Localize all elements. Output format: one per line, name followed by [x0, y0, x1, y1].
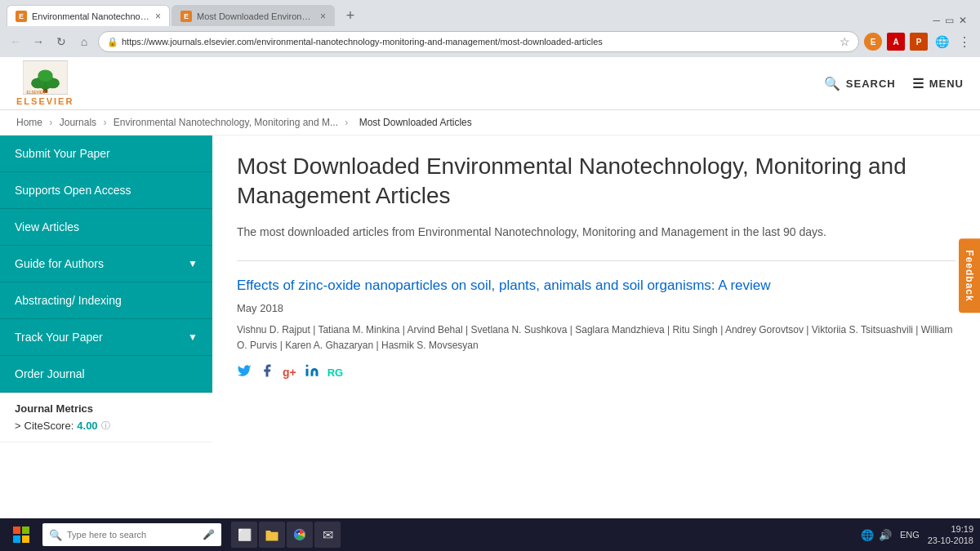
breadcrumb-sep-2: ›	[103, 117, 109, 128]
taskbar-search-icon: 🔍	[49, 529, 62, 541]
cite-score-info-icon[interactable]: ⓘ	[101, 420, 110, 432]
svg-text:ELSEVIER: ELSEVIER	[26, 91, 45, 95]
search-button[interactable]: 🔍 SEARCH	[824, 76, 896, 91]
taskbar-lang[interactable]: ENG	[900, 530, 920, 540]
feedback-tab[interactable]: Feedback	[959, 238, 980, 313]
sidebar-btn-order-journal-label: Order Journal	[15, 367, 85, 380]
breadcrumb: Home › Journals › Environmental Nanotech…	[0, 110, 980, 136]
browser-right: E A P 🌐 ⋮	[864, 33, 973, 51]
cite-score-value: 4.00	[77, 420, 97, 432]
tab-close-1[interactable]: ×	[155, 11, 161, 22]
hamburger-icon: ☰	[912, 76, 924, 91]
twitter-icon[interactable]	[237, 363, 252, 381]
sidebar-btn-track-paper[interactable]: Track Your Paper ▼	[0, 319, 212, 356]
svg-rect-10	[13, 535, 20, 543]
sidebar-btn-guide-authors[interactable]: Guide for Authors ▼	[0, 246, 212, 282]
new-tab-button[interactable]: +	[340, 5, 361, 26]
extension-icon-2[interactable]: A	[887, 33, 905, 51]
svg-rect-9	[22, 527, 29, 534]
breadcrumb-journal[interactable]: Environmental Nanotechnology, Monitoring…	[114, 117, 338, 128]
svg-point-7	[305, 365, 308, 367]
microphone-icon[interactable]: 🎤	[203, 529, 215, 540]
social-icons: g+ RG	[237, 363, 956, 381]
sidebar: Submit Your Paper Supports Open Access V…	[0, 136, 212, 551]
sidebar-btn-submit[interactable]: Submit Your Paper	[0, 136, 212, 172]
start-button[interactable]	[7, 522, 36, 548]
sidebar-btn-guide-authors-label: Guide for Authors	[15, 257, 104, 270]
sidebar-btn-open-access[interactable]: Supports Open Access	[0, 172, 212, 209]
svg-point-5	[38, 69, 52, 82]
article-authors: Vishnu D. Rajput | Tatiana M. Minkina | …	[237, 322, 956, 353]
taskbar-search-box[interactable]: 🔍 🎤	[42, 523, 221, 546]
tab-close-2[interactable]: ×	[320, 11, 326, 22]
lock-icon: 🔒	[107, 37, 118, 47]
taskbar: 🔍 🎤 ⬜ ✉ 🌐 🔊 ENG 19:19 23-10-2	[0, 518, 980, 551]
sidebar-btn-abstracting[interactable]: Abstracting/ Indexing	[0, 282, 212, 319]
address-text: https://www.journals.elsevier.com/enviro…	[122, 37, 840, 47]
taskbar-file-explorer[interactable]	[259, 522, 285, 548]
site-header: ELSEVIER ELSEVIER 🔍 SEARCH ☰ MENU	[0, 57, 980, 110]
researchgate-icon[interactable]: RG	[327, 367, 344, 379]
svg-rect-8	[13, 527, 20, 534]
facebook-icon[interactable]	[260, 363, 274, 381]
more-menu-icon[interactable]: ⋮	[956, 33, 973, 51]
taskbar-items: ⬜ ✉	[231, 522, 341, 548]
close-window-button[interactable]: ✕	[959, 15, 967, 26]
taskbar-chrome[interactable]	[287, 522, 313, 548]
chevron-down-icon: ▼	[188, 258, 198, 269]
content-area: Most Downloaded Environmental Nanotechno…	[212, 136, 980, 551]
taskbar-email[interactable]: ✉	[314, 522, 341, 548]
breadcrumb-journals[interactable]: Journals	[60, 117, 96, 128]
page-title: Most Downloaded Environmental Nanotechno…	[237, 152, 956, 211]
back-button[interactable]: ←	[7, 33, 24, 51]
taskbar-clock: 19:19	[928, 523, 973, 535]
task-view-button[interactable]: ⬜	[231, 522, 257, 548]
address-bar[interactable]: 🔒 https://www.journals.elsevier.com/envi…	[98, 31, 859, 52]
volume-icon[interactable]: 🔊	[879, 529, 892, 541]
tab-active[interactable]: E Environmental Nanotechnology, ×	[7, 5, 170, 26]
tab-inactive[interactable]: E Most Downloaded Environmenta... ×	[172, 5, 335, 26]
elsevier-logo: ELSEVIER ELSEVIER	[16, 60, 74, 106]
network-icon[interactable]: 🌐	[861, 529, 874, 541]
breadcrumb-current: Most Downloaded Articles	[359, 117, 472, 128]
extension-icon-1[interactable]: E	[864, 33, 882, 51]
home-button[interactable]: ⌂	[75, 33, 93, 51]
minimize-button[interactable]: ─	[933, 15, 940, 26]
header-right: 🔍 SEARCH ☰ MENU	[824, 76, 964, 91]
bookmark-icon[interactable]: ☆	[840, 35, 850, 48]
sidebar-btn-view-articles[interactable]: View Articles	[0, 209, 212, 246]
article-date: May 2018	[237, 302, 956, 314]
global-icon[interactable]: 🌐	[933, 33, 951, 51]
article-item: Effects of zinc-oxide nanoparticles on s…	[237, 276, 956, 381]
tab-favicon-2: E	[180, 11, 192, 22]
extension-icon-3[interactable]: P	[910, 33, 928, 51]
menu-button[interactable]: ☰ MENU	[912, 76, 964, 91]
taskbar-sys-icons: 🌐 🔊	[861, 529, 892, 541]
linkedin-icon[interactable]	[305, 363, 319, 381]
article-title[interactable]: Effects of zinc-oxide nanoparticles on s…	[237, 276, 956, 295]
sidebar-btn-submit-label: Submit Your Paper	[15, 147, 110, 160]
sidebar-btn-view-articles-label: View Articles	[15, 220, 79, 233]
taskbar-time: 19:19 23-10-2018	[928, 523, 973, 547]
cite-score: > CiteScore: 4.00 ⓘ	[15, 420, 198, 432]
googleplus-icon[interactable]: g+	[283, 366, 296, 379]
restore-button[interactable]: ▭	[945, 15, 954, 26]
metrics-title: Journal Metrics	[15, 402, 198, 415]
sidebar-btn-track-paper-label: Track Your Paper	[15, 331, 103, 344]
breadcrumb-sep-3: ›	[345, 117, 350, 128]
breadcrumb-sep-1: ›	[49, 117, 55, 128]
sidebar-btn-open-access-label: Supports Open Access	[15, 184, 131, 197]
sidebar-btn-abstracting-label: Abstracting/ Indexing	[15, 294, 122, 307]
taskbar-search-input[interactable]	[67, 530, 198, 540]
breadcrumb-home[interactable]: Home	[16, 117, 42, 128]
tab-title-2: Most Downloaded Environmenta...	[197, 11, 315, 21]
chevron-down-icon-2: ▼	[188, 331, 198, 343]
tab-title-1: Environmental Nanotechnology,	[32, 11, 150, 21]
browser-tabs: E Environmental Nanotechnology, × E Most…	[0, 0, 980, 26]
sidebar-btn-order-journal[interactable]: Order Journal	[0, 356, 212, 393]
page: ELSEVIER ELSEVIER 🔍 SEARCH ☰ MENU Home ›…	[0, 57, 980, 551]
reload-button[interactable]: ↻	[52, 33, 70, 51]
article-divider	[237, 260, 956, 261]
browser-controls: ← → ↻ ⌂ 🔒 https://www.journals.elsevier.…	[0, 26, 980, 57]
forward-button[interactable]: →	[29, 33, 47, 51]
